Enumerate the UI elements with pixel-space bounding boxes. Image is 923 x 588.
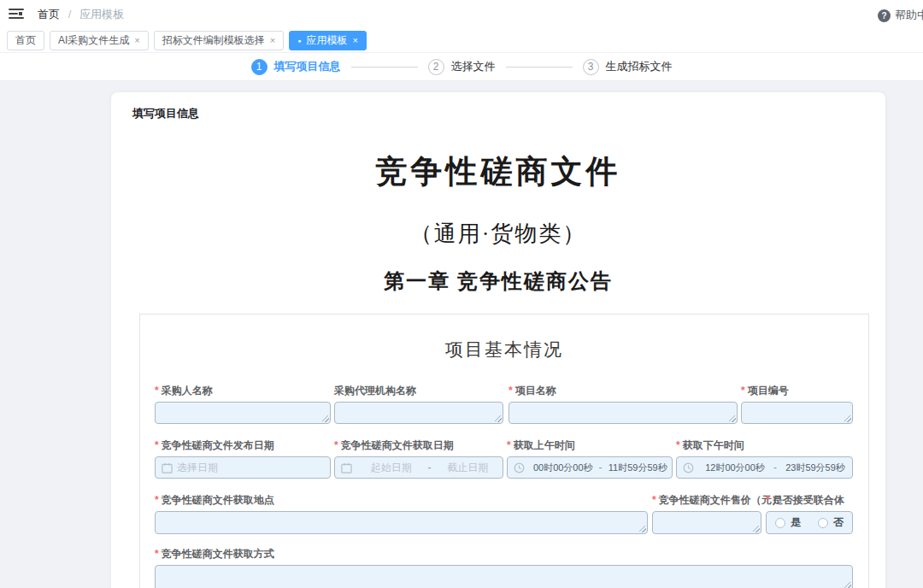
price-input[interactable] [652,511,761,534]
agency-input[interactable] [334,402,503,424]
obtain-date-start-placeholder: 起始日期 [356,461,426,475]
active-dot-icon: ● [297,38,301,44]
consortium-label: *是否接受联合体 [766,494,853,506]
page-content: 填写项目信息 竞争性磋商文件 （通用·货物类） 第一章 竞争性磋商公告 项目基本… [0,81,923,588]
document-title: 竞争性磋商文件 [111,150,885,193]
pm-time-start: 12时00分00秒 [698,462,772,474]
step-fill-project-info: 1 填写项目信息 [251,59,341,75]
radio-circle-icon [818,518,828,528]
required-mark: * [652,494,656,506]
document-subtitle: （通用·货物类） [111,219,885,249]
resize-handle-icon[interactable] [729,415,736,422]
am-time-label: *获取上午时间 [507,439,673,451]
close-icon[interactable]: × [134,36,139,45]
breadcrumb-home[interactable]: 首页 [38,8,60,21]
step-number: 2 [428,59,444,75]
agency-label: 采购代理机构名称 [334,385,503,397]
breadcrumb-separator: / [68,8,72,21]
resize-handle-icon[interactable] [322,415,329,422]
required-mark: * [155,385,159,397]
tab-ai-doc-generate[interactable]: AI采购文件生成 × [50,31,149,50]
project-name-input[interactable] [509,402,738,424]
step-connector [506,67,573,68]
close-icon[interactable]: × [352,36,357,45]
obtain-method-label: *竞争性磋商文件获取方式 [155,548,853,560]
help-link[interactable]: ? 帮助中 [878,8,923,23]
range-separator: - [426,462,433,473]
project-no-input[interactable] [741,402,853,424]
required-mark: * [155,494,159,506]
clock-icon [683,462,694,473]
step-label: 选择文件 [451,59,496,74]
help-label: 帮助中 [895,8,923,23]
step-label: 生成招标文件 [606,59,673,74]
tab-label: 招标文件编制模板选择 [162,33,265,48]
tab-label: 应用模板 [306,33,347,48]
step-connector [351,67,418,68]
menu-fold-icon[interactable] [9,9,24,21]
required-mark: * [676,439,680,451]
tab-template-select[interactable]: 招标文件编制模板选择 × [154,31,284,50]
publish-date-placeholder: 选择日期 [177,461,218,475]
am-time-start: 00时00分00秒 [529,462,597,474]
obtain-date-range-picker[interactable]: 起始日期 - 截止日期 [334,456,503,479]
tab-label: AI采购文件生成 [58,33,129,48]
step-number: 3 [583,59,599,75]
purchaser-input[interactable] [155,402,331,424]
radio-label: 是 [791,515,801,530]
breadcrumb-current: 应用模板 [79,8,124,21]
top-bar: 首页 / 应用模板 ? 帮助中 [0,0,923,29]
required-mark: * [334,439,338,451]
required-mark: * [155,439,159,451]
radio-circle-icon [775,518,785,528]
pm-time-end: 23时59分59秒 [779,462,852,474]
required-mark: * [766,494,770,506]
tab-apply-template[interactable]: ● 应用模板 × [289,31,367,50]
range-separator: - [597,462,604,473]
obtain-date-end-placeholder: 截止日期 [433,461,503,475]
resize-handle-icon[interactable] [844,582,851,588]
obtain-date-label: *竞争性磋商文件获取日期 [334,439,503,451]
step-generate-doc: 3 生成招标文件 [583,59,673,75]
publish-date-picker[interactable]: 选择日期 [155,456,331,479]
step-label: 填写项目信息 [274,59,341,74]
calendar-icon [341,462,352,473]
resize-handle-icon[interactable] [844,415,851,422]
consortium-radio-group: 是 否 [766,511,853,534]
required-mark: * [507,439,511,451]
tab-home[interactable]: 首页 [7,31,44,50]
pm-time-range-picker[interactable]: 12时00分00秒 - 23时59分59秒 [676,456,853,479]
form-card: 填写项目信息 竞争性磋商文件 （通用·货物类） 第一章 竞争性磋商公告 项目基本… [111,92,885,588]
document-chapter: 第一章 竞争性磋商公告 [111,268,885,295]
price-label: *竞争性磋商文件售价（元） [652,494,761,506]
pm-time-label: *获取下午时间 [676,439,853,451]
purchaser-label: *采购人名称 [155,385,331,397]
resize-handle-icon[interactable] [639,526,646,532]
project-basic-info-box: 项目基本情况 *采购人名称 采购代理机构名称 *项目名称 *项目编 [139,314,869,588]
section-title: 项目基本情况 [140,338,868,362]
required-mark: * [509,385,513,397]
project-no-label: *项目编号 [741,385,853,397]
clock-icon [514,462,525,473]
step-number: 1 [251,59,267,75]
panel-title: 填写项目信息 [132,106,199,121]
resize-handle-icon[interactable] [753,526,760,532]
consortium-radio-no[interactable]: 否 [818,515,844,530]
steps-bar: 1 填写项目信息 2 选择文件 3 生成招标文件 [0,53,923,81]
step-select-file: 2 选择文件 [428,59,496,75]
breadcrumb: 首页 / 应用模板 [38,7,124,22]
am-time-end: 11时59分59秒 [604,462,673,474]
calendar-icon [162,462,173,473]
am-time-range-picker[interactable]: 00时00分00秒 - 11时59分59秒 [507,456,673,479]
resize-handle-icon[interactable] [495,415,502,422]
consortium-radio-yes[interactable]: 是 [775,515,801,530]
required-mark: * [155,548,159,560]
radio-label: 否 [833,515,844,530]
close-icon[interactable]: × [270,36,275,45]
tab-label: 首页 [15,33,36,48]
obtain-method-input[interactable] [155,565,853,588]
project-name-label: *项目名称 [509,385,738,397]
obtain-place-label: *竞争性磋商文件获取地点 [155,494,648,506]
obtain-place-input[interactable] [155,511,648,534]
range-separator: - [772,462,779,473]
